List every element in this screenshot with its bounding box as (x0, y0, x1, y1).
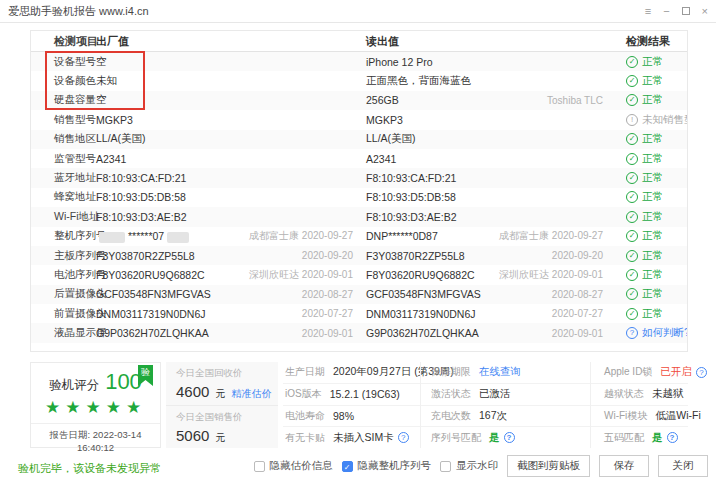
info-value: 未插入SIM卡? (333, 431, 409, 445)
check-circle-icon: ✓ (626, 211, 638, 223)
cell-value: 正面黑色，背面海蓝色 (366, 74, 471, 88)
info-label: 保修期限 (431, 365, 471, 379)
cell-value: A2341 (366, 153, 396, 165)
price-value: 5060 (176, 427, 209, 444)
help-icon[interactable]: ? (398, 432, 409, 443)
table-row: 销售型号MGKP3MGKP3!未知销售型号 (31, 110, 687, 129)
read-value-cell: F8:10:93:D5:DB:58 (353, 191, 603, 203)
price-panel: 今日全国回收价4600元精准估价今日全国销售价5060元 (166, 362, 278, 448)
factory-value-cell: F8:10:93:D3:AE:B2 (96, 211, 353, 223)
cell-value: F8:10:93:CA:FD:21 (366, 172, 456, 184)
footer-checkbox[interactable]: ✓隐藏整机序列号 (342, 459, 432, 473)
read-value-cell: 256GBToshiba TLC (353, 94, 603, 106)
result-text: 正常 (642, 229, 663, 243)
cell-note: 2020-09-20 (302, 250, 353, 261)
check-circle-icon: ✓ (626, 94, 638, 106)
factory-value-cell: 空 (96, 93, 353, 107)
check-item-label: 蓝牙地址 (54, 171, 96, 185)
result-text: 正常 (642, 55, 663, 69)
result-text[interactable]: 如何判断? (642, 326, 688, 340)
cell-value: iPhone 12 Pro (366, 56, 433, 68)
checkbox-unchecked-icon[interactable] (440, 461, 451, 472)
check-circle-icon: ✓ (626, 153, 638, 165)
table-row: 前置摄像头DNM03117319N0DN6J2020-07-27DNM03117… (31, 304, 687, 323)
cell-value: A2341 (96, 153, 126, 165)
save-button[interactable]: 保存 (599, 455, 649, 477)
check-item-label: 整机序列号 (54, 229, 96, 243)
report-table-body: 设备型号空iPhone 12 Pro✓正常设备颜色未知正面黑色，背面海蓝色✓正常… (31, 52, 687, 343)
minimize-icon[interactable]: − (663, 6, 669, 17)
check-result-cell[interactable]: ?如何判断? (603, 326, 688, 340)
help-icon[interactable]: ? (504, 432, 515, 443)
info-value: 是? (489, 431, 515, 445)
info-value[interactable]: 在线查询 (479, 365, 521, 379)
window-title: 爱思助手验机报告 www.i4.cn (8, 4, 149, 19)
factory-value-cell: F8:10:93:D5:DB:58 (96, 191, 353, 203)
star-icon: ★ (45, 398, 65, 417)
factory-value-cell: ******07成都富士康 2020-09-27 (96, 229, 353, 243)
read-value-cell: F8:10:93:CA:FD:21 (353, 172, 603, 184)
table-row: 蓝牙地址F8:10:93:CA:FD:21F8:10:93:CA:FD:21✓正… (31, 168, 687, 187)
redacted-block (99, 232, 125, 243)
check-result-cell: ✓正常 (603, 229, 687, 243)
check-item-label: 监管型号 (54, 152, 96, 166)
screenshot-to-clipboard-button[interactable]: 截图到剪贴板 (507, 455, 590, 477)
close-button[interactable]: 关闭 (658, 455, 708, 477)
info-value-text[interactable]: 在线查询 (479, 365, 521, 379)
help-icon[interactable]: ? (667, 432, 678, 443)
table-row: 设备颜色未知正面黑色，背面海蓝色✓正常 (31, 71, 687, 90)
info-label: 五码匹配 (604, 431, 644, 445)
cell-value: MGKP3 (366, 114, 403, 126)
footer-checkbox[interactable]: 显示水印 (440, 459, 498, 473)
result-text: 正常 (642, 74, 663, 88)
cell-note: 成都富士康 2020-09-27 (499, 229, 603, 243)
info-value: 已开启? (660, 365, 707, 379)
star-icon: ★ (65, 398, 85, 417)
check-item-label: 电池序列号 (54, 268, 96, 282)
check-circle-icon: ✓ (626, 269, 638, 281)
menu-icon[interactable]: ≡ (645, 6, 651, 17)
info-label: 激活状态 (431, 387, 471, 401)
cell-value: 空 (96, 93, 107, 107)
info-label: 越狱状态 (604, 387, 644, 401)
table-row: 电池序列号F8Y03620RU9Q6882C深圳欣旺达 2020-09-01F8… (31, 265, 687, 284)
checkbox-unchecked-icon[interactable] (254, 461, 265, 472)
cell-value: LL/A(美国) (96, 132, 146, 146)
redacted-block (167, 232, 189, 243)
maximize-icon[interactable] (682, 7, 690, 15)
cell-note: 深圳欣旺达 2020-09-01 (499, 268, 603, 282)
cell-value: 256GB (366, 94, 399, 106)
cell-value: DNP******0D87 (366, 230, 438, 242)
help-icon[interactable]: ? (696, 367, 707, 378)
report-table: 检测项目 出厂值 读出值 检测结果 设备型号空iPhone 12 Pro✓正常设… (30, 30, 688, 352)
check-result-cell: ✓正常 (603, 74, 687, 88)
result-text: 正常 (642, 210, 663, 224)
info-cell: 生产日期2020年09月27日 (第39周) (283, 362, 420, 383)
check-item-label: 液晶显示屏 (54, 326, 96, 340)
info-cell: 激活状态已激活 (421, 383, 590, 405)
read-value-cell: A2341 (353, 153, 603, 165)
cell-value: DNM03117319N0DN6J (96, 308, 206, 320)
read-value-cell: LL/A(美国) (353, 132, 603, 146)
read-value-cell: F3Y03870R2ZP55L82020-09-20 (353, 250, 603, 262)
checkbox-checked-icon[interactable]: ✓ (342, 461, 353, 472)
info-value-text: 低温Wi-Fi (655, 409, 701, 423)
cell-value: F8:10:93:D5:DB:58 (366, 191, 456, 203)
footer-checkbox[interactable]: 隐藏估价信息 (254, 459, 333, 473)
table-row: 销售地区LL/A(美国)LL/A(美国)✓正常 (31, 130, 687, 149)
check-item-label: 前置摄像头 (54, 307, 96, 321)
info-label: 有无卡贴 (285, 431, 325, 445)
check-result-cell: ✓正常 (603, 287, 687, 301)
check-item-label: 销售型号 (54, 113, 96, 127)
close-icon[interactable]: × (702, 6, 708, 17)
info-label: 充电次数 (431, 409, 471, 423)
info-cell: 保修期限在线查询 (421, 362, 590, 383)
check-circle-icon: ✓ (626, 133, 638, 145)
result-text: 正常 (642, 307, 663, 321)
result-text: 正常 (642, 287, 663, 301)
info-cell: iOS版本15.2.1 (19C63) (283, 383, 420, 405)
read-value-cell: 正面黑色，背面海蓝色 (353, 74, 603, 88)
info-label: Apple ID锁 (604, 365, 652, 379)
info-cell: 五码匹配是? (591, 426, 688, 448)
estimate-link[interactable]: 精准估价 (231, 387, 271, 401)
